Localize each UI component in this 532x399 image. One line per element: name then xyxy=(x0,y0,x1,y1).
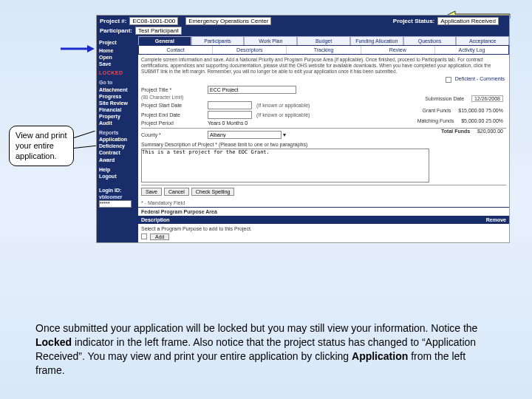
end-label: Project End Date xyxy=(141,112,208,117)
project-status-value: Application Received xyxy=(437,17,499,25)
tab-questions[interactable]: Questions xyxy=(403,36,457,45)
tab-workplan[interactable]: Work Plan xyxy=(244,36,297,45)
sidebar-item-logout[interactable]: Logout xyxy=(99,173,136,180)
sidebar-item-attachment[interactable]: Attachment xyxy=(99,86,136,93)
dropdown-icon[interactable]: ▾ xyxy=(283,132,286,138)
match-value: $5,000.00 25.00% xyxy=(461,118,503,123)
arrow-blue-locked xyxy=(59,44,95,53)
select-text: Select a Program Purpose to add to this … xyxy=(141,226,252,231)
sub-date-value: 12/26/2008 xyxy=(471,95,503,102)
participant-value: Test Participant xyxy=(135,27,182,35)
subtab-review[interactable]: Review xyxy=(361,46,435,54)
tab-general[interactable]: General xyxy=(138,36,191,45)
subtab-descriptors[interactable]: Descriptors xyxy=(213,46,287,54)
deficient-label: Deficient - Comments xyxy=(455,76,505,81)
sidebar-item-open[interactable]: Open xyxy=(99,54,136,61)
body-t1: Once submitted your application will be … xyxy=(35,322,477,334)
sidebar-item-save[interactable]: Save xyxy=(99,61,136,67)
sidebar-login-id: vbloomer xyxy=(99,194,136,200)
connector-line-1 xyxy=(74,131,95,138)
tab-bar: General Participants Work Plan Budget Fu… xyxy=(138,36,509,46)
sidebar-password-input[interactable] xyxy=(99,200,132,208)
sidebar-item-home[interactable]: Home xyxy=(99,47,136,54)
add-checkbox[interactable] xyxy=(141,233,147,239)
total-value: $20,000.00 xyxy=(477,129,503,134)
title-input[interactable] xyxy=(208,86,296,94)
connector-line-2 xyxy=(74,146,96,149)
save-button[interactable]: Save xyxy=(141,188,162,196)
subtab-activitylog[interactable]: Activity Log xyxy=(435,46,508,54)
body-t2: Locked xyxy=(35,336,72,348)
project-num-value: EC08-1001-D00 xyxy=(129,17,178,25)
body-paragraph: Once submitted your application will be … xyxy=(35,321,494,378)
period-label: Project Period xyxy=(141,120,208,126)
period-value: Years 0 Months 0 xyxy=(208,120,248,126)
sidebar-item-award[interactable]: Award xyxy=(99,157,136,163)
sidebar-item-application[interactable]: Application xyxy=(99,136,136,143)
sidebar-item-audit[interactable]: Audit xyxy=(99,120,136,126)
sidebar-title-reports: Reports xyxy=(99,129,136,136)
sidebar-item-financial[interactable]: Financial xyxy=(99,106,136,113)
sidebar-item-contract[interactable]: Contract xyxy=(99,149,136,156)
subtab-contact[interactable]: Contact xyxy=(139,46,213,54)
participant-label: Participant: xyxy=(100,27,132,34)
mandatory-note: * - Mandatory Field xyxy=(138,199,509,207)
svg-marker-2 xyxy=(87,45,95,52)
sidebar-login-label: Login ID: xyxy=(99,187,136,194)
title-label: Project Title * xyxy=(141,87,208,92)
summary-textarea[interactable] xyxy=(141,149,429,183)
start-label: Project Start Date xyxy=(141,103,208,108)
sidebar-item-property[interactable]: Property xyxy=(99,113,136,120)
sidebar-item-deficiency[interactable]: Deficiency xyxy=(99,143,136,149)
instruction-blurb: Complete screen information and save. Ad… xyxy=(138,55,509,76)
fppa-label: Federal Program Purpose Area xyxy=(138,207,509,216)
start-hint: (If known or applicable) xyxy=(256,103,310,108)
deficient-checkbox[interactable] xyxy=(446,77,451,83)
grant-label: Grant Funds xyxy=(423,108,451,113)
start-input[interactable] xyxy=(208,101,252,109)
end-hint: (If known or applicable) xyxy=(256,112,310,117)
project-name-value: Emergency Operations Center xyxy=(185,17,271,25)
cancel-button[interactable]: Cancel xyxy=(164,188,189,196)
select-row: Select a Program Purpose to add to this … xyxy=(138,224,509,233)
callout-view-print: View and print your entire application. xyxy=(9,126,74,166)
tab-acceptance[interactable]: Acceptance xyxy=(456,36,509,45)
col-description: Description xyxy=(141,217,462,222)
match-label: Matching Funds xyxy=(417,118,454,123)
subtab-tracking[interactable]: Tracking xyxy=(287,46,361,54)
header-row-2: Participant: Test Participant xyxy=(97,27,509,36)
fppa-table-header: Description Remove xyxy=(138,216,509,224)
form-area: Project Title * (80 Character Limit) Sub… xyxy=(138,83,509,199)
summary-label: Summary Description of Project * (Please… xyxy=(141,142,307,147)
deficient-row: Deficient - Comments xyxy=(138,76,509,82)
tab-budget[interactable]: Budget xyxy=(297,36,350,45)
content-panel: General Participants Work Plan Budget Fu… xyxy=(138,36,509,242)
sidebar-item-help[interactable]: Help xyxy=(99,166,136,173)
sidebar: Project Home Open Save LOCKED Go to Atta… xyxy=(97,36,138,242)
sub-date-label: Submission Date xyxy=(425,96,464,101)
add-button[interactable]: Add xyxy=(150,233,169,240)
grant-value: $15,000.00 75.00% xyxy=(458,108,503,113)
body-t4: Application xyxy=(352,350,408,362)
county-label: County * xyxy=(141,132,208,137)
sidebar-title-project: Project xyxy=(99,39,136,46)
subtab-bar: Contact Descriptors Tracking Review Acti… xyxy=(138,46,509,55)
app-screenshot: Project #: EC08-1001-D00 Emergency Opera… xyxy=(96,15,510,243)
project-num-label: Project #: xyxy=(100,18,126,24)
title-hint: (80 Character Limit) xyxy=(141,95,208,100)
spellcheck-button[interactable]: Check Spelling xyxy=(191,188,235,196)
header-row-1: Project #: EC08-1001-D00 Emergency Opera… xyxy=(97,16,509,27)
project-status-label: Project Status: xyxy=(393,18,434,24)
total-label: Total Funds xyxy=(441,129,470,134)
sidebar-item-progress[interactable]: Progress xyxy=(99,93,136,100)
sidebar-title-goto: Go to xyxy=(99,79,136,86)
sidebar-locked-indicator: LOCKED xyxy=(99,69,136,76)
sidebar-item-sitereview[interactable]: Site Review xyxy=(99,100,136,106)
tab-participants[interactable]: Participants xyxy=(191,36,245,45)
tab-funding[interactable]: Funding Allocation xyxy=(350,36,403,45)
end-input[interactable] xyxy=(208,111,252,119)
county-input[interactable] xyxy=(208,131,282,139)
col-remove: Remove xyxy=(462,217,506,222)
callout-text: View and print your entire application. xyxy=(16,131,67,160)
